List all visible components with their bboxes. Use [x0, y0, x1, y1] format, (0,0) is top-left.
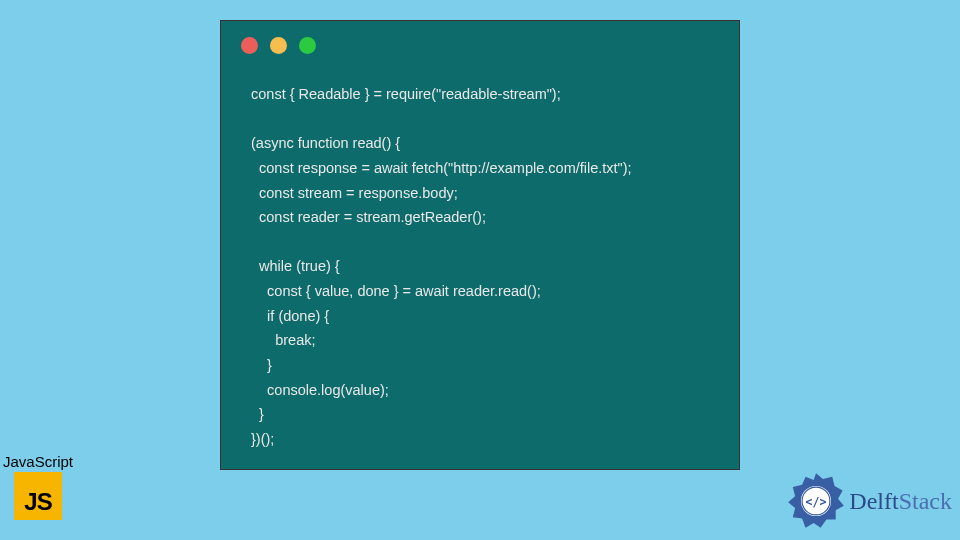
delftstack-badge: </> DelftStack: [787, 472, 952, 530]
delft-text-part1: Delft: [849, 488, 898, 514]
delft-text-part2: Stack: [899, 488, 952, 514]
delftstack-text: DelftStack: [849, 488, 952, 515]
window-controls: [221, 21, 739, 62]
maximize-icon: [299, 37, 316, 54]
javascript-icon-text: JS: [24, 488, 51, 516]
javascript-label: JavaScript: [3, 453, 73, 470]
svg-text:</>: </>: [806, 495, 827, 509]
code-content: const { Readable } = require("readable-s…: [221, 62, 739, 472]
code-window: const { Readable } = require("readable-s…: [220, 20, 740, 470]
close-icon: [241, 37, 258, 54]
javascript-icon: JS: [14, 472, 62, 520]
delftstack-icon: </>: [787, 472, 845, 530]
minimize-icon: [270, 37, 287, 54]
javascript-badge: JavaScript JS: [3, 453, 73, 520]
